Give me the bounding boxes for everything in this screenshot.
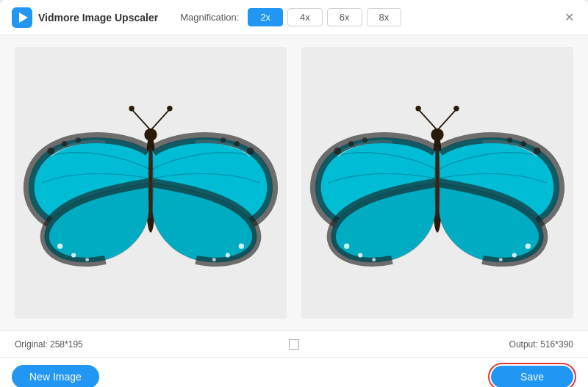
save-button-wrapper: Save xyxy=(488,363,576,388)
svg-point-10 xyxy=(62,141,67,146)
mag-4x-button[interactable]: 4x xyxy=(287,8,323,26)
main-content xyxy=(0,35,588,330)
output-info: Output: 516*390 xyxy=(509,339,573,350)
svg-point-37 xyxy=(372,258,376,261)
original-butterfly-image xyxy=(15,79,287,287)
save-button[interactable]: Save xyxy=(491,366,573,388)
new-image-button[interactable]: New Image xyxy=(12,365,99,388)
original-image-panel xyxy=(15,47,287,319)
app-logo-icon xyxy=(12,7,32,28)
svg-point-32 xyxy=(534,148,541,155)
svg-point-13 xyxy=(234,141,239,146)
svg-point-41 xyxy=(434,147,440,220)
svg-point-40 xyxy=(499,258,503,261)
svg-point-29 xyxy=(334,148,341,155)
svg-point-14 xyxy=(220,137,226,142)
svg-point-11 xyxy=(76,137,81,142)
svg-point-16 xyxy=(71,253,76,258)
mag-6x-button[interactable]: 6x xyxy=(327,8,362,26)
svg-point-4 xyxy=(144,129,157,141)
svg-point-26 xyxy=(415,106,420,111)
original-info: Original: 258*195 xyxy=(15,339,83,350)
svg-point-35 xyxy=(344,244,349,249)
svg-point-21 xyxy=(148,147,153,220)
svg-point-18 xyxy=(239,244,244,249)
magnification-label: Magnification: xyxy=(180,12,239,23)
footer: New Image Save xyxy=(0,357,588,387)
output-image-panel xyxy=(301,47,573,319)
mag-8x-button[interactable]: 8x xyxy=(367,8,402,26)
svg-point-30 xyxy=(348,141,354,146)
compare-checkbox[interactable] xyxy=(289,339,299,350)
svg-point-12 xyxy=(247,148,254,155)
svg-point-36 xyxy=(358,253,362,258)
output-butterfly-image xyxy=(301,79,573,287)
svg-point-38 xyxy=(526,244,531,249)
svg-point-8 xyxy=(167,106,172,111)
main-window: Vidmore Image Upscaler Magnification: 2x… xyxy=(0,0,588,387)
svg-point-20 xyxy=(212,258,216,261)
svg-point-31 xyxy=(362,137,368,142)
svg-point-28 xyxy=(453,106,459,111)
mag-2x-button[interactable]: 2x xyxy=(248,8,283,26)
infobar: Original: 258*195 Output: 516*390 xyxy=(0,330,588,357)
svg-point-33 xyxy=(520,141,526,146)
svg-point-15 xyxy=(57,244,62,249)
close-button[interactable]: ✕ xyxy=(562,10,576,25)
svg-point-24 xyxy=(431,129,443,141)
magnification-buttons: 2x 4x 6x 8x xyxy=(248,8,401,26)
svg-point-19 xyxy=(226,253,230,258)
titlebar: Vidmore Image Upscaler Magnification: 2x… xyxy=(0,0,588,35)
svg-point-17 xyxy=(85,258,89,261)
svg-point-9 xyxy=(47,148,54,155)
svg-point-39 xyxy=(512,253,517,258)
svg-point-34 xyxy=(507,137,512,142)
svg-point-6 xyxy=(129,106,134,111)
app-title: Vidmore Image Upscaler xyxy=(38,12,158,23)
